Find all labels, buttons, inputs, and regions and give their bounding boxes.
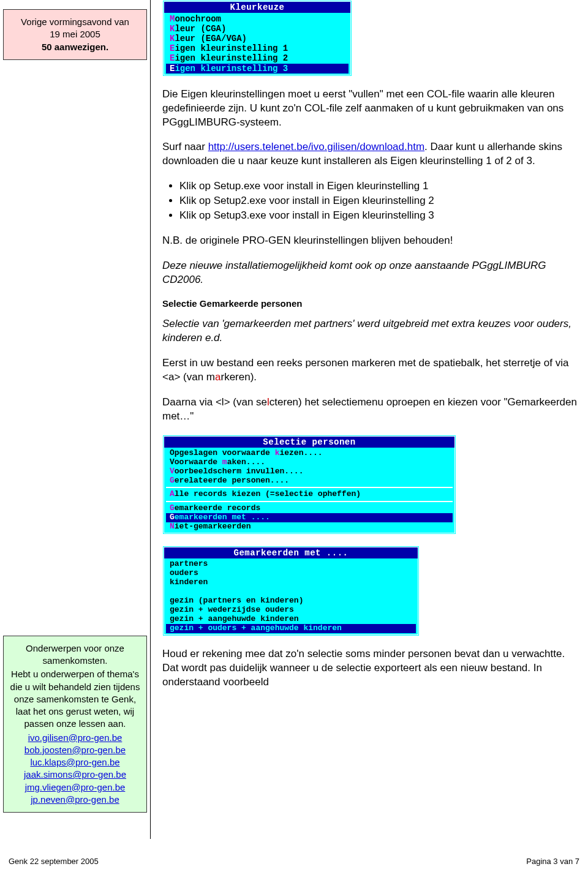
dos-menu-item[interactable]: Gerelateerde personen.... [166, 476, 453, 486]
dos-menu-item[interactable]: Voorbeeldscherm invullen.... [166, 467, 453, 476]
page: Vorige vormingsavond van 19 mei 2005 50 … [0, 0, 588, 872]
hotkey: E [170, 43, 175, 53]
paragraph: Daarna via <l> (van selcteren) het selec… [162, 396, 579, 424]
dos-menu-item[interactable]: gezin + aangehuwde kinderen [166, 615, 416, 624]
email-link[interactable]: jaak.simons@pro-gen.be [24, 769, 126, 780]
paragraph: N.B. de originele PRO-GEN kleurinstellin… [162, 234, 579, 248]
text: Onderwerpen voor onze samenkomsten. [9, 642, 141, 667]
text: Vorige vormingsavond van [9, 16, 141, 28]
hotkey: G [170, 503, 175, 513]
dos-menu-item[interactable]: Niet-gemarkeerden [166, 522, 453, 532]
paragraph: Houd er rekening mee dat zo'n selectie s… [162, 647, 579, 690]
email-link[interactable]: jp.neven@pro-gen.be [31, 794, 119, 805]
email-link[interactable]: ivo.gilisen@pro-gen.be [28, 732, 123, 743]
hotkey: G [170, 513, 175, 522]
hotkey: G [170, 476, 175, 485]
info-box-previous-meeting: Vorige vormingsavond van 19 mei 2005 50 … [3, 9, 147, 60]
dos-menu-item[interactable]: Voorwaarde maken.... [166, 458, 453, 467]
dos-menu-kleurkeuze: Kleurkeuze MonochroomKleur (CGA)Kleur (E… [162, 0, 352, 77]
subheading: Selectie Gemarkeerde personen [162, 298, 579, 309]
text: Daarna via <l> (van se [162, 396, 267, 408]
dos-menu-item[interactable]: Gemarkeerde records [166, 504, 453, 513]
footer-left: Genk 22 september 2005 [9, 857, 99, 866]
dos-menu-item[interactable]: Eigen kleurinstelling 3 [166, 64, 349, 73]
dos-menu-item[interactable]: Monochroom [166, 14, 349, 24]
text: Surf naar [162, 141, 208, 152]
dos-menu-item[interactable]: Kleur (CGA) [166, 24, 349, 34]
paragraph: Selectie van 'gemarkeerden met partners'… [162, 317, 579, 345]
text: Hebt u onderwerpen of thema's die u wilt… [9, 668, 141, 730]
text: 19 mei 2005 [9, 28, 141, 40]
dos-menu-item[interactable]: Opgeslagen voorwaarde kiezen.... [166, 449, 453, 458]
text: rkeren). [221, 371, 257, 383]
divider [166, 501, 453, 502]
dos-title: Kleurkeuze [164, 2, 350, 13]
dos-title: Selectie personen [164, 437, 454, 448]
divider [166, 487, 453, 488]
sidebar: Vorige vormingsavond van 19 mei 2005 50 … [0, 0, 150, 816]
dos-menu-item[interactable]: Eigen kleurinstelling 2 [166, 53, 349, 63]
column-divider [150, 0, 151, 839]
hotkey: M [170, 14, 175, 24]
dos-menu-item[interactable]: gezin + wederzijdse ouders [166, 606, 416, 615]
hotkey: E [170, 53, 175, 63]
dos-menu-gemarkeerden-met: Gemarkeerden met .... partnersouderskind… [162, 546, 420, 636]
dos-menu-item[interactable]: Kleur (EGA/VGA) [166, 34, 349, 43]
dos-title: Gemarkeerden met .... [164, 547, 418, 558]
footer: Genk 22 september 2005 Pagina 3 van 7 [0, 857, 588, 866]
download-link[interactable]: http://users.telenet.be/ivo.gilisen/down… [208, 141, 424, 152]
hotkey: K [170, 24, 175, 34]
list-item: Klik op Setup2.exe voor install in Eigen… [179, 194, 579, 208]
info-box-topics: Onderwerpen voor onze samenkomsten. Hebt… [3, 636, 147, 813]
dos-menu-item[interactable]: Gemarkeerden met .... [166, 513, 453, 522]
dos-menu-item[interactable]: partners [166, 560, 416, 569]
paragraph: Eerst in uw bestand een reeks personen m… [162, 356, 579, 385]
list-item: Klik op Setup.exe voor install in Eigen … [179, 179, 579, 194]
dos-menu-item[interactable]: Eigen kleurinstelling 1 [166, 43, 349, 53]
hotkey: E [170, 64, 175, 73]
email-link[interactable]: luc.klaps@pro-gen.be [30, 757, 119, 767]
list-item: Klik op Setup3.exe voor install in Eigen… [179, 209, 579, 223]
text: 50 aanwezigen. [9, 41, 141, 53]
paragraph: Die Eigen kleurinstellingen moet u eerst… [162, 88, 579, 130]
footer-right: Pagina 3 van 7 [526, 857, 579, 866]
hotkey: m [222, 457, 227, 467]
bullet-list: Klik op Setup.exe voor install in Eigen … [179, 179, 579, 223]
dos-menu-item[interactable]: Alle records kiezen (=selectie opheffen) [166, 490, 453, 499]
hotkey: k [275, 448, 280, 457]
dos-menu-selectie-personen: Selectie personen Opgeslagen voorwaarde … [162, 435, 456, 535]
hotkey: A [170, 489, 175, 498]
dos-menu-item[interactable]: kinderen [166, 578, 416, 587]
dos-menu-item[interactable]: ouders [166, 569, 416, 578]
hotkey: K [170, 34, 175, 43]
dos-menu-item [166, 587, 416, 596]
dos-menu-item[interactable]: gezin (partners en kinderen) [166, 596, 416, 606]
email-link[interactable]: bob.joosten@pro-gen.be [24, 745, 126, 755]
paragraph: Surf naar http://users.telenet.be/ivo.gi… [162, 140, 579, 168]
dos-menu-item[interactable]: gezin + ouders + aangehuwde kinderen [166, 624, 416, 633]
main-column: Kleurkeuze MonochroomKleur (CGA)Kleur (E… [162, 0, 579, 690]
paragraph: Deze nieuwe installatiemogelijkheid komt… [162, 259, 579, 287]
hotkey: V [170, 467, 175, 476]
email-link[interactable]: jmg.vliegen@pro-gen.be [25, 782, 126, 792]
hotkey: N [170, 522, 175, 531]
